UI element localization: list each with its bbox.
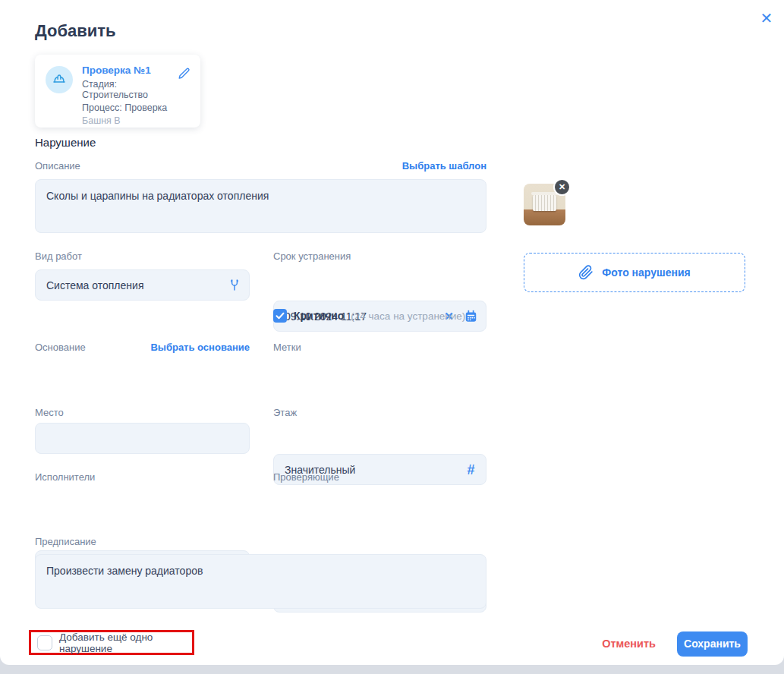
inspectors-label: Проверяющие xyxy=(273,471,339,483)
add-another-label: Добавить ещё одно нарушение xyxy=(59,631,192,654)
choose-basis-link[interactable]: Выбрать основание xyxy=(150,342,250,353)
calendar-icon[interactable] xyxy=(464,309,478,323)
close-icon[interactable]: ✕ xyxy=(756,8,777,29)
tags-label: Метки xyxy=(273,342,301,353)
paperclip-icon xyxy=(578,265,594,280)
red-annotation-box: Добавить ещё одно нарушение xyxy=(29,630,194,655)
critical-hint: (24 часа на устранение) xyxy=(351,310,465,322)
inspection-stage: Стадия: Строительство xyxy=(82,79,177,100)
edit-icon[interactable] xyxy=(178,67,191,80)
inspection-name[interactable]: Проверка №1 xyxy=(82,65,177,76)
inspection-card-text: Проверка №1 Стадия: Строительство Процес… xyxy=(82,65,177,128)
attach-photo-label: Фото нарушения xyxy=(602,266,690,279)
helmet-icon xyxy=(46,66,73,93)
work-type-input[interactable] xyxy=(35,269,250,301)
inspection-building: Башня В xyxy=(82,115,177,126)
add-violation-dialog: Добавить ✕ Проверка №1 Стадия: Строитель… xyxy=(0,0,784,665)
violation-section-heading: Нарушение xyxy=(35,136,96,149)
critical-label: Критично xyxy=(294,310,344,322)
choose-template-link[interactable]: Выбрать шаблон xyxy=(402,160,486,172)
save-button[interactable]: Сохранить xyxy=(677,631,748,657)
basis-input[interactable] xyxy=(35,423,250,454)
executors-label: Исполнители xyxy=(35,471,95,483)
deadline-label: Срок устранения xyxy=(273,250,351,262)
prescription-label: Предписание xyxy=(35,536,96,547)
remove-photo-icon[interactable]: ✕ xyxy=(553,178,571,196)
cancel-button[interactable]: Отменить xyxy=(602,638,656,650)
description-label: Описание xyxy=(35,160,80,172)
attach-photo-button[interactable]: Фото нарушения xyxy=(524,253,745,292)
basis-label: Основание xyxy=(35,342,86,353)
inspection-card[interactable]: Проверка №1 Стадия: Строительство Процес… xyxy=(35,55,200,128)
hash-icon[interactable]: # xyxy=(464,462,478,477)
wrench-icon[interactable] xyxy=(227,278,241,292)
work-type-label: Вид работ xyxy=(35,250,82,262)
radiator-image xyxy=(533,195,556,211)
footer-actions: Отменить Сохранить xyxy=(602,631,748,657)
inspection-process: Процесс: Проверка xyxy=(82,102,177,113)
add-another-checkbox[interactable] xyxy=(37,635,52,650)
floor-label: Этаж xyxy=(273,407,297,418)
place-label: Место xyxy=(35,407,64,418)
page-title: Добавить xyxy=(35,21,116,41)
critical-checkbox[interactable] xyxy=(273,309,287,323)
description-textarea[interactable]: Сколы и царапины на радиаторах отопления xyxy=(35,179,486,233)
prescription-textarea[interactable]: Произвести замену радиаторов xyxy=(35,554,486,609)
